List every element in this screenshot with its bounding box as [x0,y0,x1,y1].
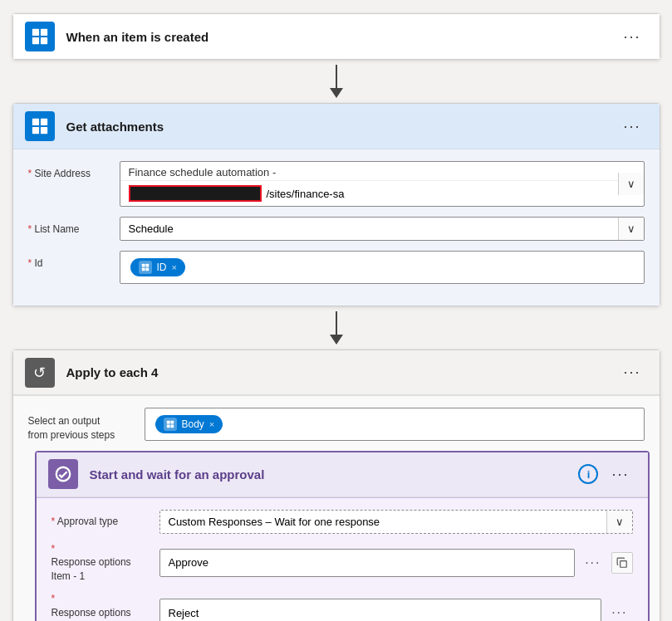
loop-icon: ↺ [25,358,55,388]
site-address-input[interactable]: Finance schedule automation - /sites/fin… [120,161,645,207]
apply-to-each-title: Apply to each 4 [66,365,617,379]
apply-to-each-card: ↺ Apply to each 4 ··· Select an output f… [12,350,660,621]
id-token-icon [139,261,152,274]
loop-select-label: Select an output from previous steps [28,408,136,443]
trigger-title: When an item is created [66,30,617,44]
apply-to-each-header: ↺ Apply to each 4 ··· [13,350,660,395]
arrow-2 [330,310,343,346]
loop-inner: Start and wait for an approval i ··· App… [28,451,645,621]
flow-container: When an item is created ··· Get attachme… [0,0,672,621]
site-address-row-inner: /sites/finance-sa [120,180,618,206]
loop-output-value: Body × [145,408,645,441]
arrow-head-2 [330,335,343,345]
list-name-label: List Name [28,217,120,235]
id-label: Id [28,251,120,269]
trigger-icon [25,22,55,51]
svg-rect-11 [145,267,149,271]
svg-rect-13 [170,421,174,424]
svg-rect-5 [40,119,47,125]
response-option-2-label: Response options Item - 2 [52,592,159,621]
apply-to-each-body: Select an output from previous steps [13,395,660,621]
list-name-dropdown-arrow[interactable]: ∨ [618,218,644,240]
response-option-1-more[interactable]: ··· [580,552,606,574]
arrow-line-2 [336,311,337,335]
trigger-more-button[interactable]: ··· [616,25,647,49]
id-token-close[interactable]: × [172,262,177,272]
loop-select-row: Select an output from previous steps [28,408,645,443]
response-option-1-label: Response options Item - 1 [52,542,159,584]
get-attachments-more-button[interactable]: ··· [616,115,647,139]
svg-point-16 [56,467,70,482]
body-token-close[interactable]: × [209,419,214,429]
arrow-head-1 [330,88,343,98]
svg-rect-6 [32,127,38,134]
body-token: Body × [155,415,223,433]
site-address-redacted [129,185,262,202]
response-option-2-row: Response options Item - 2 ··· [52,592,633,621]
id-input[interactable]: ID × [120,251,645,284]
site-address-label: Site Address [28,161,120,179]
approval-info-button[interactable]: i [578,464,598,484]
site-address-value: Finance schedule automation - /sites/fin… [120,161,645,207]
site-address-row: Site Address Finance schedule automation… [28,161,645,207]
svg-rect-1 [40,29,47,36]
svg-rect-8 [141,264,145,267]
response-option-2-inputs: ··· [159,599,633,621]
site-address-suffix: /sites/finance-sa [262,183,618,204]
response-option-1-input[interactable] [159,549,576,577]
svg-rect-10 [141,267,145,271]
get-attachments-icon [25,111,55,141]
approval-type-dropdown-arrow[interactable]: ∨ [606,511,632,533]
list-name-text: Schedule [120,218,618,240]
get-attachments-card: Get attachments ··· Site Address Finance… [12,103,660,306]
response-option-1-row: Response options Item - 1 ··· [52,542,633,584]
get-attachments-header: Get attachments ··· [13,104,660,149]
list-name-value: Schedule ∨ [120,217,645,241]
approval-type-label: Approval type [52,516,159,527]
approval-title: Start and wait for an approval [90,467,579,482]
get-attachments-body: Site Address Finance schedule automation… [13,149,660,306]
svg-rect-7 [40,127,47,134]
approval-type-text: Custom Responses – Wait for one response [160,511,606,533]
arrow-line-1 [336,65,337,88]
id-token: ID × [130,258,185,276]
site-address-dropdown-arrow[interactable]: ∨ [618,173,644,195]
approval-header: Start and wait for an approval i ··· [37,452,648,497]
apply-to-each-more-button[interactable]: ··· [616,360,647,384]
approval-body: Approval type Custom Responses – Wait fo… [37,497,648,621]
svg-rect-12 [166,421,169,424]
svg-rect-3 [40,37,47,44]
trigger-header: When an item is created ··· [13,14,660,59]
body-token-text: Body [182,418,204,430]
approval-card: Start and wait for an approval i ··· App… [35,451,650,621]
svg-rect-9 [145,264,149,267]
approval-more-button[interactable]: ··· [605,462,635,487]
site-address-display-text: Finance schedule automation - [120,162,618,180]
response-option-2-input[interactable] [159,599,602,621]
id-token-text: ID [157,262,167,273]
site-address-container: Finance schedule automation - /sites/fin… [120,162,618,206]
approval-type-value: Custom Responses – Wait for one response… [159,510,633,534]
approval-icon [48,459,78,489]
loop-output-input[interactable]: Body × [145,408,645,441]
approval-type-row: Approval type Custom Responses – Wait fo… [52,510,633,534]
trigger-card: When an item is created ··· [12,13,660,60]
id-value: ID × [120,251,645,284]
arrow-1 [330,63,343,100]
response-option-1-copy[interactable] [611,552,633,574]
list-name-input[interactable]: Schedule ∨ [120,217,645,241]
approval-type-input[interactable]: Custom Responses – Wait for one response… [159,510,633,534]
response-option-2-more[interactable]: ··· [606,602,632,621]
svg-rect-15 [170,424,174,428]
svg-rect-2 [32,37,38,44]
body-token-icon [164,418,177,431]
response-option-1-inputs: ··· [159,549,633,577]
get-attachments-title: Get attachments [66,120,617,134]
id-row: Id ID [28,251,645,284]
svg-rect-0 [32,29,38,36]
svg-rect-4 [32,119,38,125]
list-name-row: List Name Schedule ∨ [28,217,645,241]
svg-rect-14 [166,424,169,428]
svg-rect-17 [620,560,626,567]
